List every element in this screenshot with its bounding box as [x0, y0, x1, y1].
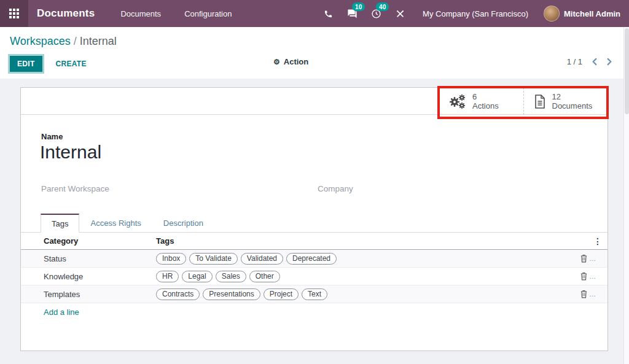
- gears-icon: [449, 94, 466, 109]
- tab-tags[interactable]: Tags: [41, 214, 79, 233]
- systray: 10 40 My Company (San Francisco) Mitchel…: [321, 6, 629, 21]
- edit-button[interactable]: EDIT: [10, 56, 42, 72]
- tag-pill: Inbox: [156, 253, 186, 265]
- vertical-scrollbar[interactable]: [623, 27, 629, 364]
- tag-pill: Text: [302, 288, 327, 300]
- company-switcher[interactable]: My Company (San Francisco): [423, 9, 528, 18]
- row-tags: HRLegalSalesOther: [156, 271, 580, 282]
- tag-pill: Validated: [241, 253, 283, 265]
- tag-pill: To Validate: [189, 253, 237, 265]
- notebook-tabs: TagsAccess RightsDescription: [21, 214, 608, 233]
- trash-icon: [580, 272, 588, 281]
- column-tags[interactable]: Tags: [156, 236, 593, 246]
- app-title[interactable]: Documents: [37, 7, 95, 20]
- kebab-icon[interactable]: ⋮: [593, 236, 608, 246]
- messages-icon[interactable]: 10: [345, 6, 359, 21]
- activities-badge: 40: [376, 2, 389, 11]
- activities-icon[interactable]: 40: [369, 6, 383, 21]
- add-a-line-link[interactable]: Add a line: [44, 308, 79, 317]
- form-sheet: 6 Actions 12 Documents Name Internal Par…: [20, 87, 608, 351]
- user-menu[interactable]: Mitchell Admin: [544, 6, 620, 21]
- tag-pill: Presentations: [203, 288, 260, 300]
- action-menu[interactable]: ⚙ Action: [273, 57, 308, 66]
- control-panel: Workspaces / Internal EDIT CREATE ⚙ Acti…: [0, 27, 629, 79]
- tag-pill: Other: [249, 271, 280, 282]
- tag-pill: Legal: [182, 271, 212, 282]
- tag-pill: Project: [264, 288, 299, 300]
- delete-dots: …: [589, 256, 596, 261]
- column-category[interactable]: Category: [44, 236, 156, 246]
- tag-pill: Contracts: [156, 288, 200, 300]
- stat-buttons: 6 Actions 12 Documents: [439, 88, 608, 115]
- breadcrumb-current: Internal: [80, 35, 117, 47]
- row-category: Status: [44, 254, 156, 263]
- tag-pill: Sales: [216, 271, 246, 282]
- scrollbar-thumb[interactable]: [625, 28, 629, 114]
- company-field-label[interactable]: Company: [318, 184, 353, 193]
- row-category: Templates: [44, 290, 156, 299]
- tag-pill: Deprecated: [286, 253, 337, 265]
- actions-stat-value: 6: [472, 92, 499, 101]
- create-button[interactable]: CREATE: [56, 60, 87, 68]
- documents-stat-label: Documents: [552, 101, 593, 110]
- row-delete-button[interactable]: …: [580, 290, 608, 298]
- chevron-right-icon[interactable]: [606, 58, 613, 66]
- table-row[interactable]: Status InboxTo ValidateValidatedDeprecat…: [21, 250, 608, 268]
- table-body: Status InboxTo ValidateValidatedDeprecat…: [21, 250, 608, 303]
- trash-icon: [580, 254, 588, 263]
- documents-stat-button[interactable]: 12 Documents: [523, 88, 608, 115]
- gear-icon: ⚙: [273, 58, 280, 66]
- messages-badge: 10: [352, 2, 365, 11]
- table-row[interactable]: Knowledge HRLegalSalesOther …: [21, 268, 608, 285]
- delete-dots: …: [589, 274, 596, 279]
- crossed-tools-icon[interactable]: [393, 6, 407, 21]
- actions-stat-button[interactable]: 6 Actions: [439, 88, 523, 115]
- table-row[interactable]: Templates ContractsPresentationsProjectT…: [21, 285, 608, 303]
- table-header: Category Tags ⋮: [21, 233, 608, 250]
- delete-dots: …: [589, 292, 596, 296]
- row-category: Knowledge: [44, 272, 156, 281]
- pager: 1 / 1: [567, 57, 613, 66]
- menu-configuration[interactable]: Configuration: [184, 9, 232, 18]
- breadcrumb: Workspaces / Internal: [10, 35, 629, 48]
- top-navbar: Documents Documents Configuration 10 40 …: [0, 0, 629, 27]
- name-field-label: Name: [41, 132, 63, 141]
- phone-icon[interactable]: [321, 6, 335, 21]
- avatar: [544, 6, 560, 21]
- actions-stat-label: Actions: [472, 101, 499, 110]
- trash-icon: [580, 290, 588, 298]
- tab-description[interactable]: Description: [152, 214, 214, 233]
- row-tags: ContractsPresentationsProjectText: [156, 288, 580, 300]
- breadcrumb-workspaces[interactable]: Workspaces: [10, 35, 71, 47]
- user-name: Mitchell Admin: [564, 9, 620, 18]
- workspace-name[interactable]: Internal: [40, 142, 101, 163]
- row-delete-button[interactable]: …: [580, 272, 608, 281]
- row-tags: InboxTo ValidateValidatedDeprecated: [156, 253, 580, 265]
- tab-access-rights[interactable]: Access Rights: [79, 214, 152, 233]
- breadcrumb-separator: /: [71, 35, 80, 47]
- parent-workspace-label[interactable]: Parent Workspace: [41, 184, 109, 193]
- top-menu: Documents Configuration: [120, 9, 232, 18]
- grid-icon: [9, 9, 19, 18]
- button-box: 6 Actions 12 Documents: [21, 88, 608, 115]
- tag-pill: HR: [156, 271, 179, 282]
- pager-value: 1 / 1: [567, 57, 582, 66]
- row-delete-button[interactable]: …: [580, 254, 608, 263]
- action-label: Action: [284, 57, 308, 66]
- document-icon: [534, 94, 546, 109]
- documents-stat-value: 12: [552, 92, 593, 101]
- apps-menu-button[interactable]: [0, 0, 28, 27]
- chevron-left-icon[interactable]: [591, 58, 598, 66]
- menu-documents[interactable]: Documents: [120, 9, 161, 18]
